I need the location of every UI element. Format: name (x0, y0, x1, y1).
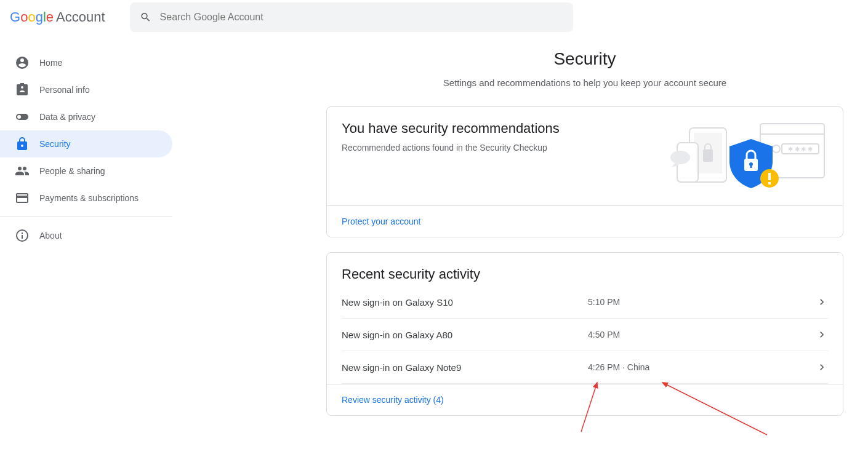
svg-point-9 (670, 151, 690, 164)
id-card-icon (15, 82, 30, 97)
main-content: Security Settings and recommendations to… (326, 49, 843, 431)
sidebar-item-label: Home (39, 58, 62, 68)
security-recommendations-card: You have security recommendations Recomm… (326, 106, 843, 237)
recent-activity-card: Recent security activity New sign-in on … (326, 252, 843, 416)
sidebar-item-label: About (39, 231, 62, 240)
sidebar-divider (0, 217, 172, 217)
activity-label: New sign-in on Galaxy Note9 (342, 362, 588, 373)
reco-card-title: You have security recommendations (342, 121, 560, 137)
sidebar-item-home[interactable]: Home (0, 49, 172, 76)
info-icon (15, 228, 30, 243)
activity-label: New sign-in on Galaxy S10 (342, 297, 588, 308)
header: Google Account (0, 0, 868, 34)
page-title: Security (326, 49, 843, 69)
google-account-logo[interactable]: Google Account (10, 9, 105, 25)
chevron-right-icon (816, 296, 828, 308)
activity-row[interactable]: New sign-in on Galaxy Note9 4:26 PM · Ch… (342, 351, 828, 384)
activity-time: 5:10 PM (588, 297, 816, 307)
credit-card-icon (15, 191, 30, 205)
search-box[interactable] (130, 2, 573, 32)
activity-label: New sign-in on Galaxy A80 (342, 330, 588, 340)
sidebar-item-about[interactable]: About (0, 222, 172, 249)
chevron-right-icon (816, 328, 828, 341)
sidebar-item-data-privacy[interactable]: Data & privacy (0, 103, 172, 130)
sidebar-item-people-sharing[interactable]: People & sharing (0, 157, 172, 185)
person-circle-icon (15, 55, 30, 70)
lock-icon (15, 137, 30, 151)
page-subtitle: Settings and recommendations to help you… (326, 77, 843, 88)
activity-time: 4:26 PM · China (588, 362, 816, 372)
protect-account-link[interactable]: Protect your account (342, 217, 420, 226)
sidebar-item-label: Payments & subscriptions (39, 193, 139, 203)
activity-time: 4:50 PM (588, 330, 816, 340)
sidebar-item-label: Security (39, 139, 71, 149)
svg-rect-7 (703, 149, 713, 162)
svg-rect-14 (768, 173, 771, 180)
sidebar-item-label: Data & privacy (39, 112, 95, 122)
people-icon (15, 164, 30, 178)
activity-row[interactable]: New sign-in on Galaxy S10 5:10 PM (342, 286, 828, 319)
sidebar-item-payments[interactable]: Payments & subscriptions (0, 185, 172, 212)
chevron-right-icon (816, 361, 828, 373)
sidebar-item-security[interactable]: Security (0, 130, 172, 157)
security-illustration: ✱ ✱ ✱ ✱ (643, 121, 828, 194)
activity-card-title: Recent security activity (327, 253, 843, 286)
sidebar-item-label: People & sharing (39, 166, 105, 176)
search-icon (140, 11, 151, 23)
search-input[interactable] (160, 12, 563, 23)
logo-account-text: Account (56, 9, 105, 25)
svg-rect-15 (768, 182, 771, 185)
svg-text:✱ ✱ ✱ ✱: ✱ ✱ ✱ ✱ (788, 146, 813, 153)
toggle-icon (15, 109, 30, 124)
reco-card-description: Recommended actions found in the Securit… (342, 143, 560, 153)
sidebar: Home Personal info Data & privacy Securi… (0, 49, 172, 249)
sidebar-item-label: Personal info (39, 85, 90, 95)
svg-rect-12 (750, 164, 752, 168)
sidebar-item-personal-info[interactable]: Personal info (0, 76, 172, 103)
activity-row[interactable]: New sign-in on Galaxy A80 4:50 PM (342, 319, 828, 351)
review-activity-link[interactable]: Review security activity (4) (342, 395, 444, 405)
